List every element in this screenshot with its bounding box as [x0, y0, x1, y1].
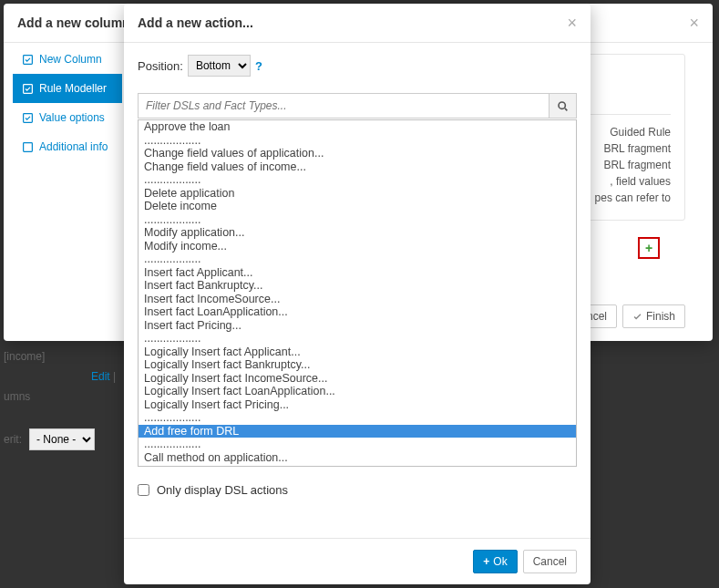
listbox-option[interactable]: Insert fact Applicant... — [139, 266, 576, 280]
close-icon[interactable]: × — [689, 15, 699, 31]
info-text-line: Guided Rule — [610, 126, 671, 139]
listbox-option[interactable]: Change field values of application... — [139, 147, 576, 160]
nav-value-options[interactable]: Value options — [13, 103, 122, 132]
ok-button[interactable]: + Ok — [473, 550, 517, 573]
listbox-option[interactable]: .................. — [139, 134, 576, 148]
wizard-nav: New Column Rule Modeller Value options A… — [13, 45, 122, 161]
position-label: Position: — [138, 59, 183, 73]
listbox-option[interactable]: Modify income... — [139, 240, 576, 253]
listbox-option[interactable]: Logically Insert fact Applicant... — [139, 346, 576, 359]
nav-label: Rule Modeller — [39, 82, 107, 95]
svg-point-4 — [559, 102, 565, 108]
nav-label: Value options — [39, 111, 105, 124]
ok-label: Ok — [493, 555, 507, 568]
plus-icon: + — [645, 241, 652, 255]
dsl-only-label: Only display DSL actions — [157, 483, 288, 497]
listbox-option[interactable]: Insert fact Bankruptcy... — [139, 279, 576, 293]
add-action-modal: Add a new action... × Position: Bottom ?… — [124, 4, 591, 584]
help-icon[interactable]: ? — [255, 59, 262, 73]
position-select[interactable]: Bottom — [188, 55, 251, 77]
search-icon — [557, 100, 569, 112]
listbox-option[interactable]: Logically Insert fact IncomeSource... — [139, 372, 576, 386]
listbox-option[interactable]: Logically Insert fact Pricing... — [139, 398, 576, 412]
nav-new-column[interactable]: New Column — [13, 45, 122, 74]
close-icon[interactable]: × — [567, 15, 577, 31]
listbox-option[interactable]: .................. — [139, 253, 576, 266]
listbox-option[interactable]: Change field values of income... — [139, 160, 576, 174]
check-square-icon — [22, 83, 34, 95]
info-text-line: BRL fragment — [603, 159, 671, 171]
listbox-option[interactable]: .................. — [139, 438, 576, 451]
listbox-option[interactable]: .................. — [139, 411, 576, 425]
svg-line-5 — [565, 108, 567, 109]
nav-label: Additional info — [39, 140, 108, 153]
listbox-option[interactable]: Delete application — [139, 187, 576, 201]
listbox-option[interactable]: .................. — [139, 332, 576, 346]
rit-label: erit: — [4, 433, 22, 446]
cancel-label: Cancel — [533, 555, 567, 568]
listbox-option[interactable]: Logically Insert fact Bankruptcy... — [139, 358, 576, 372]
nav-rule-modeller[interactable]: Rule Modeller — [13, 74, 122, 103]
listbox-option[interactable]: Logically Insert fact LoanApplication... — [139, 385, 576, 398]
finish-button[interactable]: Finish — [622, 304, 685, 328]
finish-label: Finish — [646, 310, 675, 323]
nav-label: New Column — [39, 53, 102, 66]
check-icon — [632, 312, 642, 322]
dsl-only-checkbox[interactable] — [138, 484, 149, 496]
add-column-title: Add a new column — [17, 15, 130, 30]
listbox-option[interactable]: Call method on application... — [139, 451, 576, 465]
listbox-option[interactable]: Approve the loan — [139, 120, 576, 134]
none-select[interactable]: - None - — [29, 428, 95, 450]
listbox-option[interactable]: Insert fact Pricing... — [139, 319, 576, 333]
listbox-option[interactable]: .................. — [139, 173, 576, 187]
filter-input[interactable] — [138, 93, 550, 119]
modal-title: Add a new action... — [138, 15, 253, 30]
action-listbox[interactable]: Approve the loan..................Change… — [138, 119, 577, 467]
check-square-icon — [22, 112, 34, 124]
edit-link[interactable]: Edit — [91, 370, 110, 383]
square-icon — [22, 141, 34, 153]
cancel-button[interactable]: Cancel — [523, 550, 577, 573]
info-text-line: pes can refer to — [595, 191, 671, 204]
listbox-option[interactable]: Delete income — [139, 200, 576, 213]
listbox-option[interactable]: .................. — [139, 213, 576, 227]
info-text-line: , field values — [610, 175, 671, 188]
listbox-option[interactable]: Add free form DRL — [139, 425, 576, 438]
add-action-button[interactable]: + — [638, 237, 660, 259]
search-button[interactable] — [550, 93, 577, 119]
listbox-option[interactable]: Modify application... — [139, 226, 576, 240]
listbox-option[interactable]: Insert fact IncomeSource... — [139, 293, 576, 306]
plus-icon: + — [483, 555, 489, 568]
svg-rect-3 — [24, 142, 33, 151]
listbox-option[interactable]: Insert fact LoanApplication... — [139, 305, 576, 319]
nav-additional-info[interactable]: Additional info — [13, 132, 122, 161]
check-square-icon — [22, 54, 34, 66]
info-text-line: BRL fragment — [603, 142, 671, 155]
